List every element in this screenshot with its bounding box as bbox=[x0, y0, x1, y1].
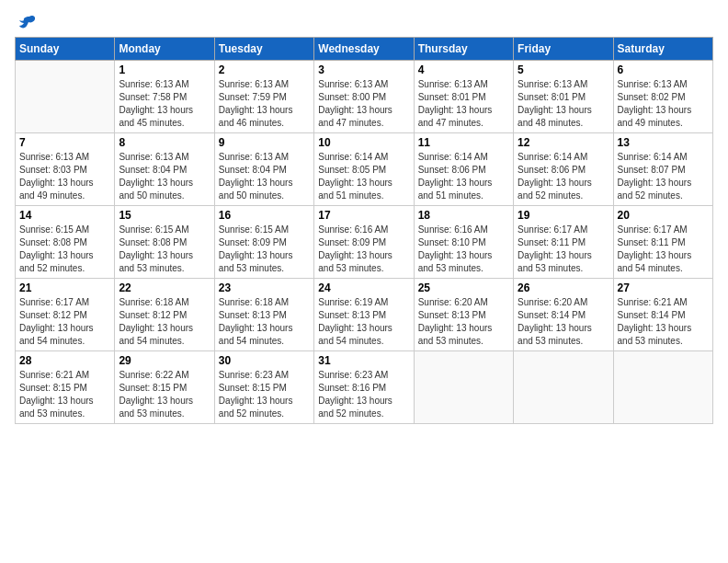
calendar-cell: 11Sunrise: 6:14 AM Sunset: 8:06 PM Dayli… bbox=[414, 133, 513, 206]
header bbox=[15, 15, 713, 29]
calendar-week-row: 1Sunrise: 6:13 AM Sunset: 7:58 PM Daylig… bbox=[16, 61, 713, 133]
day-info: Sunrise: 6:21 AM Sunset: 8:14 PM Dayligh… bbox=[618, 296, 709, 348]
day-number: 7 bbox=[19, 136, 110, 149]
calendar-cell: 23Sunrise: 6:18 AM Sunset: 8:13 PM Dayli… bbox=[214, 279, 313, 351]
day-info: Sunrise: 6:15 AM Sunset: 8:08 PM Dayligh… bbox=[19, 224, 110, 275]
calendar-cell bbox=[414, 351, 513, 424]
day-number: 15 bbox=[119, 209, 210, 222]
calendar-cell: 26Sunrise: 6:20 AM Sunset: 8:14 PM Dayli… bbox=[514, 279, 613, 351]
day-number: 6 bbox=[618, 63, 709, 76]
day-info: Sunrise: 6:20 AM Sunset: 8:14 PM Dayligh… bbox=[518, 296, 609, 348]
day-number: 10 bbox=[318, 136, 409, 149]
day-number: 13 bbox=[618, 136, 709, 149]
day-info: Sunrise: 6:17 AM Sunset: 8:11 PM Dayligh… bbox=[518, 224, 609, 275]
day-number: 18 bbox=[418, 209, 509, 222]
day-number: 2 bbox=[219, 63, 310, 76]
day-info: Sunrise: 6:15 AM Sunset: 8:09 PM Dayligh… bbox=[219, 224, 310, 275]
day-info: Sunrise: 6:18 AM Sunset: 8:12 PM Dayligh… bbox=[119, 296, 210, 348]
calendar-week-row: 7Sunrise: 6:13 AM Sunset: 8:03 PM Daylig… bbox=[16, 133, 713, 206]
calendar: SundayMondayTuesdayWednesdayThursdayFrid… bbox=[15, 37, 713, 424]
day-info: Sunrise: 6:14 AM Sunset: 8:06 PM Dayligh… bbox=[518, 151, 609, 202]
calendar-cell: 17Sunrise: 6:16 AM Sunset: 8:09 PM Dayli… bbox=[314, 206, 414, 279]
calendar-cell: 18Sunrise: 6:16 AM Sunset: 8:10 PM Dayli… bbox=[414, 206, 513, 279]
day-info: Sunrise: 6:13 AM Sunset: 8:03 PM Dayligh… bbox=[19, 151, 110, 202]
day-info: Sunrise: 6:13 AM Sunset: 7:58 PM Dayligh… bbox=[119, 78, 210, 130]
day-number: 21 bbox=[19, 282, 110, 294]
day-info: Sunrise: 6:16 AM Sunset: 8:09 PM Dayligh… bbox=[318, 224, 409, 275]
day-info: Sunrise: 6:22 AM Sunset: 8:15 PM Dayligh… bbox=[119, 369, 210, 420]
day-number: 19 bbox=[518, 209, 609, 222]
day-info: Sunrise: 6:16 AM Sunset: 8:10 PM Dayligh… bbox=[418, 224, 509, 275]
calendar-cell: 1Sunrise: 6:13 AM Sunset: 7:58 PM Daylig… bbox=[115, 61, 214, 133]
day-number: 17 bbox=[318, 209, 409, 222]
calendar-cell: 24Sunrise: 6:19 AM Sunset: 8:13 PM Dayli… bbox=[314, 279, 414, 351]
weekday-header: Saturday bbox=[613, 38, 712, 61]
calendar-cell: 4Sunrise: 6:13 AM Sunset: 8:01 PM Daylig… bbox=[414, 61, 513, 133]
calendar-cell: 28Sunrise: 6:21 AM Sunset: 8:15 PM Dayli… bbox=[16, 351, 115, 424]
day-info: Sunrise: 6:17 AM Sunset: 8:11 PM Dayligh… bbox=[618, 224, 709, 275]
calendar-week-row: 28Sunrise: 6:21 AM Sunset: 8:15 PM Dayli… bbox=[16, 351, 713, 424]
weekday-header: Thursday bbox=[414, 38, 513, 61]
calendar-cell: 6Sunrise: 6:13 AM Sunset: 8:02 PM Daylig… bbox=[613, 61, 712, 133]
calendar-cell: 25Sunrise: 6:20 AM Sunset: 8:13 PM Dayli… bbox=[414, 279, 513, 351]
calendar-cell: 22Sunrise: 6:18 AM Sunset: 8:12 PM Dayli… bbox=[115, 279, 214, 351]
day-number: 30 bbox=[219, 354, 310, 367]
calendar-cell: 20Sunrise: 6:17 AM Sunset: 8:11 PM Dayli… bbox=[613, 206, 712, 279]
calendar-cell: 15Sunrise: 6:15 AM Sunset: 8:08 PM Dayli… bbox=[115, 206, 214, 279]
day-info: Sunrise: 6:23 AM Sunset: 8:16 PM Dayligh… bbox=[318, 369, 409, 420]
day-number: 27 bbox=[618, 282, 709, 294]
day-number: 28 bbox=[19, 354, 110, 367]
day-number: 20 bbox=[618, 209, 709, 222]
day-number: 29 bbox=[119, 354, 210, 367]
day-number: 8 bbox=[119, 136, 210, 149]
day-info: Sunrise: 6:14 AM Sunset: 8:07 PM Dayligh… bbox=[618, 151, 709, 202]
day-info: Sunrise: 6:13 AM Sunset: 8:01 PM Dayligh… bbox=[418, 78, 509, 130]
day-number: 12 bbox=[518, 136, 609, 149]
day-info: Sunrise: 6:14 AM Sunset: 8:06 PM Dayligh… bbox=[418, 151, 509, 202]
day-info: Sunrise: 6:13 AM Sunset: 8:00 PM Dayligh… bbox=[318, 78, 409, 130]
day-number: 14 bbox=[19, 209, 110, 222]
calendar-cell: 16Sunrise: 6:15 AM Sunset: 8:09 PM Dayli… bbox=[214, 206, 313, 279]
day-number: 11 bbox=[418, 136, 509, 149]
weekday-header: Monday bbox=[115, 38, 214, 61]
calendar-cell: 9Sunrise: 6:13 AM Sunset: 8:04 PM Daylig… bbox=[214, 133, 313, 206]
weekday-header: Friday bbox=[514, 38, 613, 61]
logo bbox=[15, 15, 37, 29]
day-number: 24 bbox=[318, 282, 409, 294]
calendar-cell bbox=[613, 351, 712, 424]
day-info: Sunrise: 6:17 AM Sunset: 8:12 PM Dayligh… bbox=[19, 296, 110, 348]
calendar-cell: 29Sunrise: 6:22 AM Sunset: 8:15 PM Dayli… bbox=[115, 351, 214, 424]
calendar-cell: 14Sunrise: 6:15 AM Sunset: 8:08 PM Dayli… bbox=[16, 206, 115, 279]
calendar-cell: 8Sunrise: 6:13 AM Sunset: 8:04 PM Daylig… bbox=[115, 133, 214, 206]
calendar-week-row: 14Sunrise: 6:15 AM Sunset: 8:08 PM Dayli… bbox=[16, 206, 713, 279]
day-number: 16 bbox=[219, 209, 310, 222]
calendar-cell: 31Sunrise: 6:23 AM Sunset: 8:16 PM Dayli… bbox=[314, 351, 414, 424]
calendar-cell: 10Sunrise: 6:14 AM Sunset: 8:05 PM Dayli… bbox=[314, 133, 414, 206]
calendar-cell: 3Sunrise: 6:13 AM Sunset: 8:00 PM Daylig… bbox=[314, 61, 414, 133]
day-info: Sunrise: 6:13 AM Sunset: 8:02 PM Dayligh… bbox=[618, 78, 709, 130]
calendar-cell: 27Sunrise: 6:21 AM Sunset: 8:14 PM Dayli… bbox=[613, 279, 712, 351]
day-info: Sunrise: 6:19 AM Sunset: 8:13 PM Dayligh… bbox=[318, 296, 409, 348]
calendar-cell: 7Sunrise: 6:13 AM Sunset: 8:03 PM Daylig… bbox=[16, 133, 115, 206]
day-info: Sunrise: 6:13 AM Sunset: 8:04 PM Dayligh… bbox=[119, 151, 210, 202]
calendar-cell: 5Sunrise: 6:13 AM Sunset: 8:01 PM Daylig… bbox=[514, 61, 613, 133]
day-number: 3 bbox=[318, 63, 409, 76]
day-info: Sunrise: 6:13 AM Sunset: 7:59 PM Dayligh… bbox=[219, 78, 310, 130]
calendar-cell: 2Sunrise: 6:13 AM Sunset: 7:59 PM Daylig… bbox=[214, 61, 313, 133]
weekday-header: Sunday bbox=[16, 38, 115, 61]
calendar-cell bbox=[514, 351, 613, 424]
day-info: Sunrise: 6:13 AM Sunset: 8:04 PM Dayligh… bbox=[219, 151, 310, 202]
day-number: 25 bbox=[418, 282, 509, 294]
day-number: 9 bbox=[219, 136, 310, 149]
calendar-cell: 13Sunrise: 6:14 AM Sunset: 8:07 PM Dayli… bbox=[613, 133, 712, 206]
day-number: 1 bbox=[119, 63, 210, 76]
day-info: Sunrise: 6:14 AM Sunset: 8:05 PM Dayligh… bbox=[318, 151, 409, 202]
day-number: 31 bbox=[318, 354, 409, 367]
day-info: Sunrise: 6:13 AM Sunset: 8:01 PM Dayligh… bbox=[518, 78, 609, 130]
logo-bird-icon bbox=[17, 15, 37, 33]
day-number: 26 bbox=[518, 282, 609, 294]
day-number: 4 bbox=[418, 63, 509, 76]
day-info: Sunrise: 6:21 AM Sunset: 8:15 PM Dayligh… bbox=[19, 369, 110, 420]
calendar-cell: 21Sunrise: 6:17 AM Sunset: 8:12 PM Dayli… bbox=[16, 279, 115, 351]
day-info: Sunrise: 6:20 AM Sunset: 8:13 PM Dayligh… bbox=[418, 296, 509, 348]
